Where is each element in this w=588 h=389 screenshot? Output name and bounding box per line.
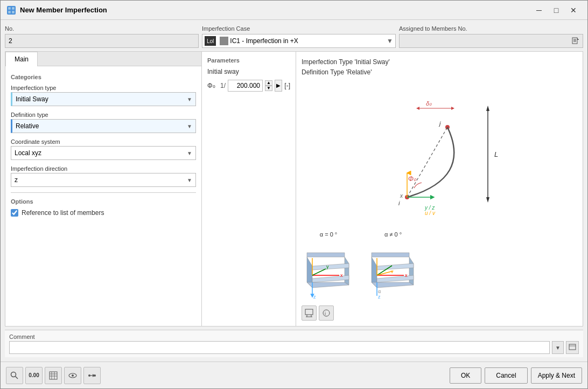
window-title: New Member Imperfection <box>20 6 527 14</box>
diagram-type-text: Imperfection Type 'Initial Sway' Definit… <box>302 57 577 78</box>
maximize-button[interactable]: □ <box>549 4 564 16</box>
coordinate-system-arrow: ▼ <box>187 150 192 156</box>
comment-input[interactable] <box>9 341 550 354</box>
assigned-input-row <box>399 34 583 48</box>
main-panel: Main Categories Imperfection type Initia… <box>5 51 583 327</box>
svg-text:α: α <box>378 289 381 294</box>
bottom-toolbar: 0.00 <box>6 367 447 384</box>
svg-point-70 <box>88 374 90 377</box>
ok-button[interactable]: OK <box>450 367 481 384</box>
action-buttons: OK Cancel Apply & Next <box>450 367 582 384</box>
imperfection-type-arrow: ▼ <box>187 96 192 102</box>
main-window: New Member Imperfection ─ □ ✕ No. 2 Impe… <box>0 0 588 389</box>
beam-diagram-alpha-nonzero: α ≠ 0 ° x <box>366 231 420 301</box>
phi-value-input[interactable]: 200.000 <box>228 80 263 92</box>
top-row: No. 2 Imperfection Case Lol IC1 - Imperf… <box>5 24 583 48</box>
phi-parameter-row: Φ₀ 1/ 200.000 ▲ ▼ ▶ [-] <box>207 80 290 92</box>
svg-text:x: x <box>340 273 343 278</box>
svg-text:u / v: u / v <box>425 210 436 216</box>
svg-point-69 <box>72 374 74 377</box>
title-bar: New Member Imperfection ─ □ ✕ <box>1 1 587 20</box>
view-button[interactable] <box>64 367 81 384</box>
reference-label: Reference to list of members <box>22 209 104 217</box>
direction-select[interactable]: z ▼ <box>11 173 196 187</box>
phi-increment-button[interactable]: ▲ <box>265 80 272 86</box>
svg-marker-12 <box>486 197 489 203</box>
svg-text:x: x <box>405 273 408 278</box>
sway-diagram-svg: L δ₀ j i <box>364 92 515 216</box>
svg-text:v: v <box>391 269 394 274</box>
no-input[interactable]: 2 <box>5 34 199 48</box>
alpha-zero-label: α = 0 ° <box>320 231 337 238</box>
svg-rect-0 <box>8 7 11 10</box>
alpha-nonzero-label: α ≠ 0 ° <box>384 231 402 238</box>
parameters-subtitle: Initial sway <box>207 68 290 75</box>
svg-point-57 <box>323 310 330 316</box>
comment-dropdown-button[interactable]: ▼ <box>552 341 564 354</box>
reference-checkbox-row: Reference to list of members <box>11 209 196 217</box>
diagram-type-line2: Definition Type 'Relative' <box>302 67 577 78</box>
svg-line-18 <box>407 127 447 197</box>
phi-decrement-button[interactable]: ▼ <box>265 86 272 91</box>
direction-arrow: ▼ <box>187 177 192 183</box>
direction-value: z <box>15 176 187 184</box>
svg-marker-38 <box>372 253 409 257</box>
svg-marker-41 <box>372 282 414 288</box>
diagram-icon-button-1[interactable] <box>302 305 317 321</box>
svg-text:δ₀: δ₀ <box>426 100 432 107</box>
svg-text:z: z <box>313 294 316 300</box>
definition-type-arrow: ▼ <box>187 123 192 129</box>
svg-marker-30 <box>312 275 349 282</box>
direction-field: Imperfection direction z ▼ <box>11 165 196 187</box>
definition-type-field: Definition type Relative ▼ <box>11 112 196 133</box>
comment-label: Comment <box>9 334 579 340</box>
definition-type-select[interactable]: Relative ▼ <box>11 119 196 133</box>
svg-rect-1 <box>12 7 15 10</box>
svg-rect-3 <box>12 11 15 13</box>
phi-symbol: Φ₀ <box>207 82 218 89</box>
bottom-diagrams: α = 0 ° x <box>302 231 577 301</box>
search-tool-button[interactable] <box>6 367 23 384</box>
svg-text:i: i <box>398 200 400 206</box>
svg-text:j: j <box>438 120 441 127</box>
minimize-button[interactable]: ─ <box>531 4 547 16</box>
svg-text:z: z <box>378 294 381 300</box>
phi-div: 1/ <box>220 82 226 89</box>
table-view-button[interactable] <box>45 367 62 384</box>
reference-checkbox[interactable] <box>11 209 18 217</box>
svg-marker-29 <box>312 263 349 270</box>
case-field-group: Imperfection Case Lol IC1 - Imperfection… <box>202 24 396 48</box>
phi-next-button[interactable]: ▶ <box>275 80 282 92</box>
apply-next-button[interactable]: Apply & Next <box>531 367 582 384</box>
case-badge-lol: Lol <box>205 36 216 46</box>
tab-main[interactable]: Main <box>5 52 38 66</box>
main-diagram-area: L δ₀ j i <box>302 82 577 226</box>
diagram-icon-button-2[interactable]: i <box>319 305 334 321</box>
number-format-button[interactable]: 0.00 <box>25 367 43 384</box>
imperfection-type-select[interactable]: Initial Sway ▼ <box>11 92 196 106</box>
svg-rect-2 <box>8 11 11 13</box>
svg-rect-63 <box>50 372 57 379</box>
svg-text:L: L <box>494 150 498 158</box>
imperfection-type-field: Imperfection type Initial Sway ▼ <box>11 85 196 106</box>
assigned-edit-button[interactable] <box>569 34 583 47</box>
definition-type-label: Definition type <box>11 112 196 118</box>
case-dropdown-arrow[interactable]: ▼ <box>384 37 395 45</box>
svg-marker-73 <box>93 374 95 377</box>
comment-attach-button[interactable] <box>566 341 579 354</box>
case-selector[interactable]: Lol IC1 - Imperfection in +X ▼ <box>202 34 396 48</box>
coordinate-system-select[interactable]: Local xyz ▼ <box>11 146 196 160</box>
parameters-title: Parameters <box>207 57 290 64</box>
close-button[interactable]: ✕ <box>566 4 581 16</box>
direction-label: Imperfection direction <box>11 165 196 172</box>
beam-diagram-alpha-zero: α = 0 ° x <box>302 231 355 301</box>
flow-button[interactable] <box>83 367 101 384</box>
tabs-row: Main <box>5 52 201 66</box>
assigned-field-group: Assigned to Members No. <box>399 24 583 48</box>
options-section: Options Reference to list of members <box>11 198 196 217</box>
comment-input-row: ▼ <box>9 341 579 354</box>
categories-title: Categories <box>11 74 196 80</box>
bottom-bar: 0.00 OK Cancel Apply & Next <box>1 362 587 388</box>
diagram-type-line1: Imperfection Type 'Initial Sway' <box>302 57 577 67</box>
cancel-button[interactable]: Cancel <box>485 367 527 384</box>
